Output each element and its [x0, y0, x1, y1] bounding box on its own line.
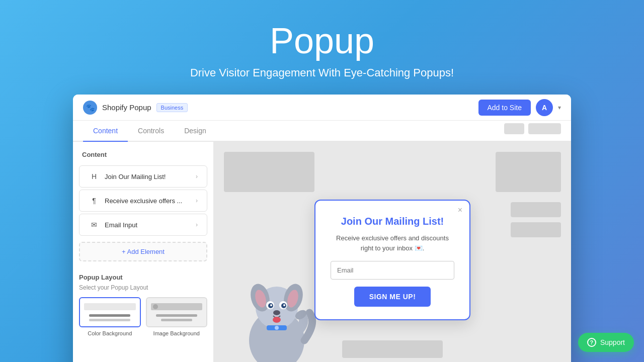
- heading-chevron-icon: ›: [196, 173, 198, 180]
- popup-title: Join Our Mailing List!: [331, 216, 454, 227]
- image-preview-bar-1: [156, 314, 197, 317]
- tab-action-wide[interactable]: [528, 123, 561, 134]
- color-bg-label: Color Background: [79, 330, 141, 336]
- bg-block-3: [511, 202, 561, 217]
- heading-icon: H: [89, 171, 100, 182]
- layout-options: Color Background Image Background: [79, 297, 207, 336]
- business-badge: Business: [156, 103, 188, 112]
- email-icon: ✉: [89, 219, 100, 230]
- tabs-bar: Content Controls Design: [73, 121, 571, 142]
- hero-section: Popup Drive Visitor Engagement With Eye-…: [180, 0, 464, 95]
- image-bg-preview: [146, 297, 208, 327]
- preview-area: × Join Our Mailing List! Receive exclusi…: [214, 142, 571, 362]
- app-name: Shopify Popup: [102, 103, 151, 112]
- support-label: Support: [600, 338, 625, 346]
- top-bar: 🐾 Shopify Popup Business Add to Site A ▾: [73, 95, 571, 121]
- email-chevron-icon: ›: [196, 221, 198, 228]
- add-element-button[interactable]: + Add Element: [79, 242, 207, 261]
- sidebar-email-label: Email Input: [105, 221, 196, 229]
- preview-bar-1: [89, 314, 130, 317]
- chevron-down-icon[interactable]: ▾: [558, 104, 561, 111]
- sidebar: Content H Join Our Mailing List! › ¶ Rec…: [73, 142, 214, 362]
- sidebar-content-label: Content: [73, 142, 213, 163]
- sidebar-heading-label: Join Our Mailing List!: [105, 173, 196, 180]
- color-bg-preview: [79, 297, 141, 327]
- image-bg-label: Image Background: [146, 330, 208, 336]
- avatar-button[interactable]: A: [536, 99, 553, 116]
- popup-layout-subtitle: Select your Popup Layout: [79, 284, 207, 291]
- preview-bar-2: [89, 319, 130, 321]
- layout-color-background[interactable]: Color Background: [79, 297, 141, 336]
- layout-image-background[interactable]: Image Background: [146, 297, 208, 336]
- popup-layout-title: Popup Layout: [79, 274, 207, 281]
- top-bar-right: Add to Site A ▾: [478, 99, 561, 116]
- popup-description: Receive exclusive offers and discounts r…: [331, 233, 454, 253]
- image-preview-bar-2: [161, 319, 192, 321]
- svg-rect-17: [278, 350, 289, 362]
- app-window: 🐾 Shopify Popup Business Add to Site A ▾…: [73, 95, 571, 362]
- svg-point-11: [283, 304, 285, 306]
- support-circle-icon: ?: [587, 338, 596, 347]
- popup-modal: × Join Our Mailing List! Receive exclusi…: [314, 200, 470, 320]
- sidebar-item-paragraph[interactable]: ¶ Receive exclusive offers ... ›: [79, 190, 207, 212]
- paragraph-icon: ¶: [89, 195, 100, 206]
- sidebar-item-heading[interactable]: H Join Our Mailing List! ›: [79, 165, 207, 188]
- popup-close-icon[interactable]: ×: [458, 206, 462, 215]
- sidebar-paragraph-label: Receive exclusive offers ...: [105, 197, 196, 205]
- svg-point-15: [275, 326, 279, 330]
- paragraph-chevron-icon: ›: [196, 197, 198, 204]
- bg-block-2: [496, 152, 561, 192]
- svg-rect-16: [264, 350, 275, 362]
- app-logo: 🐾: [83, 101, 97, 115]
- svg-point-10: [270, 304, 272, 306]
- dog-illustration: [234, 262, 319, 362]
- bg-block-4: [511, 222, 561, 237]
- tab-actions: [216, 121, 561, 141]
- main-content: Content H Join Our Mailing List! › ¶ Rec…: [73, 142, 571, 362]
- tab-action-small[interactable]: [504, 123, 524, 134]
- top-bar-left: 🐾 Shopify Popup Business: [83, 101, 188, 115]
- tab-design[interactable]: Design: [174, 121, 216, 142]
- popup-submit-button[interactable]: SIGN ME UP!: [354, 287, 431, 307]
- logo-letter: 🐾: [86, 104, 95, 112]
- svg-point-12: [273, 310, 280, 315]
- hero-subtitle: Drive Visitor Engagement With Eye-Catchi…: [190, 66, 454, 79]
- sidebar-item-email[interactable]: ✉ Email Input ›: [79, 214, 207, 236]
- bg-block-5: [342, 340, 443, 358]
- popup-layout-section: Popup Layout Select your Popup Layout Co…: [73, 267, 213, 342]
- support-button[interactable]: ? Support: [578, 333, 634, 352]
- tab-controls[interactable]: Controls: [128, 121, 174, 142]
- tab-content[interactable]: Content: [83, 121, 128, 142]
- add-to-site-button[interactable]: Add to Site: [478, 100, 531, 116]
- bg-block-1: [224, 152, 314, 192]
- hero-title: Popup: [190, 20, 454, 61]
- popup-email-input[interactable]: [331, 261, 454, 280]
- svg-point-13: [273, 317, 281, 323]
